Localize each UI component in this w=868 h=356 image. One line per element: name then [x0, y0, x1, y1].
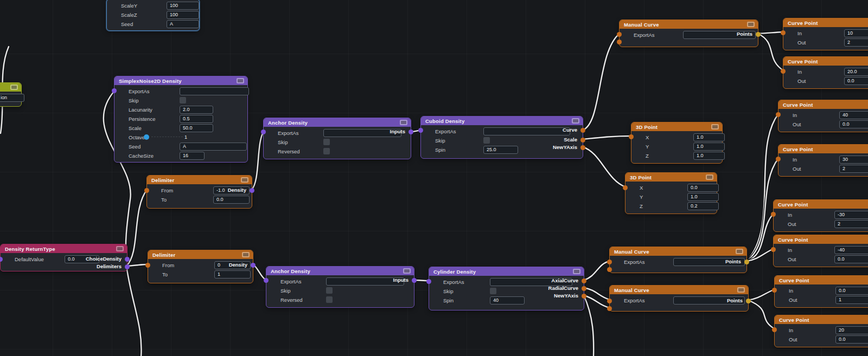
- out-input[interactable]: [835, 335, 868, 344]
- out-input[interactable]: [834, 220, 868, 228]
- node-curve-point-1[interactable]: Curve PointInOut: [783, 18, 868, 50]
- input-port[interactable]: [776, 157, 781, 161]
- reversed-checkbox[interactable]: [323, 148, 330, 154]
- output-port-density[interactable]: [250, 188, 254, 193]
- input-port[interactable]: [772, 327, 777, 332]
- node-anchor-density-1[interactable]: Anchor DensityExportAsSkipReversedInputs: [263, 118, 411, 159]
- persistence-input[interactable]: [180, 115, 213, 123]
- node-curve-point-3[interactable]: Curve PointInOut: [778, 100, 868, 132]
- node-manual-curve-2[interactable]: Manual CurveExportAsPoints: [609, 247, 747, 273]
- output-port-scale[interactable]: [580, 138, 585, 143]
- input-port[interactable]: [776, 112, 781, 117]
- node-header-green-partial[interactable]: [0, 83, 21, 92]
- out-input[interactable]: [839, 165, 868, 173]
- scale-input[interactable]: [180, 124, 213, 132]
- node-header-curve-point-6[interactable]: Curve Point: [774, 235, 868, 244]
- out-input[interactable]: [834, 255, 868, 263]
- node-cuboid-density[interactable]: Cuboid DensityExportAsSkipSpinCurveScale…: [420, 116, 583, 159]
- node-curve-point-7[interactable]: Curve PointInOut: [774, 275, 868, 308]
- output-port-inputs[interactable]: [412, 278, 417, 283]
- node-scale-partial[interactable]: ScaleYScaleZSeed: [106, 0, 200, 31]
- input-port[interactable]: [426, 279, 431, 284]
- node-header-manual-curve-2[interactable]: Manual Curve: [610, 247, 746, 256]
- seed-input[interactable]: [167, 20, 199, 28]
- input-port[interactable]: [607, 267, 612, 272]
- output-port-density[interactable]: [251, 263, 256, 268]
- node-curve-point-5[interactable]: Curve PointInOut: [773, 199, 868, 232]
- node-header-curve-point-2[interactable]: Curve Point: [783, 57, 868, 66]
- lacunarity-input[interactable]: [180, 106, 213, 114]
- node-header-anchor-density-1[interactable]: Anchor Density: [264, 118, 411, 127]
- node-header-cylinder-density[interactable]: Cylinder Density: [429, 267, 584, 276]
- out-input[interactable]: [844, 77, 868, 85]
- output-port-axialcurve[interactable]: [582, 279, 586, 283]
- z-input[interactable]: [693, 152, 725, 160]
- node-manual-curve-1[interactable]: Manual CurveExportAsPoints: [619, 20, 758, 47]
- out-input[interactable]: [844, 38, 868, 47]
- node-header-anchor-density-2[interactable]: Anchor Density: [266, 267, 414, 275]
- node-header-3d-point-2[interactable]: 3D Point: [626, 173, 717, 182]
- node-anchor-density-2[interactable]: Anchor DensityExportAsSkipReversedInputs: [266, 266, 414, 308]
- to-input[interactable]: [213, 196, 250, 204]
- spin-input[interactable]: [490, 296, 525, 305]
- input-port[interactable]: [771, 247, 776, 252]
- node-header-curve-point-8[interactable]: Curve Point: [775, 315, 868, 324]
- seed-input[interactable]: [180, 143, 247, 151]
- scaley-input[interactable]: [167, 2, 199, 10]
- input-port[interactable]: [144, 188, 149, 193]
- output-port-points[interactable]: [744, 260, 749, 264]
- input-port[interactable]: [623, 185, 628, 190]
- in-input[interactable]: [834, 246, 868, 254]
- input-port[interactable]: [607, 306, 612, 311]
- node-graph-canvas[interactable]: ScaleYScaleZSeedSimplexNoise2D DensityEx…: [0, 0, 868, 356]
- output-port-curve[interactable]: [580, 128, 585, 133]
- node-curve-point-6[interactable]: Curve PointInOut: [773, 235, 868, 267]
- output-port-choicedensity[interactable]: [125, 257, 130, 262]
- node-header-manual-curve-3[interactable]: Manual Curve: [610, 286, 748, 294]
- output-port-points[interactable]: [746, 299, 751, 303]
- output-port-newyaxis[interactable]: [582, 294, 586, 299]
- skip-checkbox[interactable]: [180, 97, 186, 103]
- node-delimiter-2[interactable]: DelimiterFromToDensity: [148, 250, 253, 283]
- output-port-newyaxis[interactable]: [580, 145, 585, 150]
- node-header-curve-point-4[interactable]: Curve Point: [778, 145, 868, 153]
- to-input[interactable]: [214, 270, 251, 279]
- input-port[interactable]: [629, 134, 634, 139]
- node-cylinder-density[interactable]: Cylinder DensityExportAsSkipSpinAxialCur…: [429, 267, 584, 310]
- input-port[interactable]: [264, 278, 269, 283]
- node-3d-point-2[interactable]: 3D PointXYZ: [625, 172, 717, 214]
- skip-checkbox[interactable]: [323, 139, 330, 145]
- cachesize-input[interactable]: [180, 152, 205, 160]
- node-header-simplexnoise2d-density[interactable]: SimplexNoise2D Density: [114, 76, 247, 85]
- node-curve-point-8[interactable]: Curve PointInOut: [774, 315, 868, 347]
- node-curve-point-2[interactable]: Curve PointInOut: [783, 56, 868, 89]
- input-port[interactable]: [617, 32, 622, 37]
- slider-track[interactable]: [151, 137, 183, 137]
- node-header-delimiter-2[interactable]: Delimiter: [148, 250, 253, 259]
- in-input[interactable]: [844, 68, 868, 76]
- node-header-curve-point-3[interactable]: Curve Point: [778, 100, 868, 109]
- skip-checkbox[interactable]: [326, 287, 333, 294]
- exportas-input[interactable]: [180, 87, 249, 95]
- x-input[interactable]: [693, 133, 725, 141]
- x-input[interactable]: [687, 184, 719, 192]
- node-header-3d-point-1[interactable]: 3D Point: [631, 122, 722, 131]
- node-header-cuboid-density[interactable]: Cuboid Density: [421, 116, 583, 125]
- in-input[interactable]: [835, 326, 868, 334]
- exportas-input[interactable]: [326, 277, 404, 286]
- node-header-curve-point-5[interactable]: Curve Point: [774, 200, 868, 209]
- octaves-slider-knob[interactable]: [144, 134, 149, 140]
- node-header-density-returntype[interactable]: Density ReturnType: [1, 244, 127, 253]
- input-port[interactable]: [781, 30, 786, 35]
- field-input[interactable]: [0, 94, 24, 102]
- node-header-curve-point-7[interactable]: Curve Point: [775, 276, 868, 284]
- node-3d-point-1[interactable]: 3D PointXYZ: [631, 122, 723, 164]
- node-green-partial[interactable]: [0, 82, 22, 107]
- node-simplexnoise2d-density[interactable]: SimplexNoise2D DensityExportAsSkipLacuna…: [114, 76, 248, 163]
- input-port[interactable]: [418, 128, 423, 133]
- input-port[interactable]: [781, 69, 786, 74]
- z-input[interactable]: [687, 202, 719, 210]
- in-input[interactable]: [839, 111, 868, 119]
- in-input[interactable]: [834, 211, 868, 219]
- out-input[interactable]: [835, 296, 868, 304]
